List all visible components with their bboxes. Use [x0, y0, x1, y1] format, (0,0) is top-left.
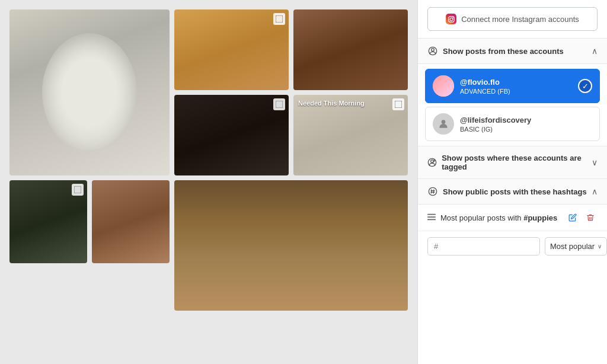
sort-selected-label: Most popular — [550, 242, 595, 251]
accounts-list: @flovio.flo ADVANCED (FB) ✓ @lifeisfordi… — [418, 64, 607, 146]
connect-button-label: Connect more Instagram accounts — [461, 15, 579, 24]
photo-cell[interactable] — [9, 180, 87, 263]
account-item-flovio[interactable]: @flovio.flo ADVANCED (FB) ✓ — [425, 69, 600, 103]
svg-point-5 — [450, 18, 453, 21]
svg-rect-18 — [427, 216, 436, 218]
account-type-flovio: ADVANCED (FB) — [460, 88, 572, 95]
grid-top-right: Needed This Morning — [174, 9, 408, 175]
hashtags-section-label: Show public posts with these hashtags — [443, 187, 587, 196]
account-avatar-lifeisfordiscovery — [433, 113, 454, 135]
select-checkbox[interactable] — [273, 98, 285, 110]
select-checkbox[interactable] — [392, 98, 404, 110]
svg-line-13 — [431, 190, 432, 194]
sort-select[interactable]: Most popular ∨ — [545, 237, 607, 256]
svg-rect-2 — [395, 101, 402, 108]
svg-point-12 — [429, 187, 436, 195]
accounts-section-label: Show posts from these accounts — [443, 47, 564, 56]
grid-bottom-left-row — [9, 180, 170, 263]
right-panel: Connect more Instagram accounts Show pos… — [417, 0, 607, 364]
account-username-flovio: @flovio.flo — [460, 78, 572, 87]
sort-chevron-icon: ∨ — [598, 243, 602, 250]
account-username-lifeisfordiscovery: @lifeisfordiscovery — [460, 116, 592, 124]
hashtag-value: #puppies — [523, 213, 557, 222]
svg-rect-0 — [276, 15, 283, 23]
svg-rect-1 — [276, 101, 283, 108]
connect-button-section: Connect more Instagram accounts — [418, 0, 607, 39]
accounts-section-header[interactable]: Show posts from these accounts ∧ — [418, 39, 607, 64]
hashtag-input-field[interactable] — [427, 237, 540, 256]
svg-point-8 — [432, 49, 435, 52]
account-type-lifeisfordiscovery: BASIC (IG) — [460, 126, 592, 133]
svg-point-9 — [442, 120, 446, 124]
account-selected-check-icon: ✓ — [578, 79, 592, 93]
person-circle-icon — [427, 46, 438, 56]
delete-hashtag-button[interactable] — [583, 210, 598, 225]
photo-cell[interactable] — [174, 9, 289, 90]
photo-cell[interactable] — [174, 95, 289, 175]
account-item-lifeisfordiscovery[interactable]: @lifeisfordiscovery BASIC (IG) — [425, 107, 600, 141]
tagged-section-label: Show posts where these accounts are tagg… — [442, 154, 592, 171]
photo-cell[interactable] — [293, 9, 408, 90]
photo-grid-panel: Needed This Morning — [0, 0, 417, 364]
photo-caption: Needed This Morning — [298, 100, 365, 107]
hashtags-chevron-up-icon: ∧ — [592, 187, 598, 196]
svg-rect-3 — [74, 186, 81, 193]
photo-cell[interactable] — [174, 180, 408, 311]
connect-instagram-button[interactable]: Connect more Instagram accounts — [427, 7, 598, 31]
tagged-chevron-down-icon: ∨ — [592, 158, 598, 167]
svg-rect-19 — [427, 219, 436, 220]
hashtag-add-row: Most popular ∨ Add — [418, 231, 607, 261]
photo-cell[interactable] — [92, 180, 170, 263]
grid-bottom-row — [9, 180, 408, 311]
photo-cell[interactable]: Needed This Morning — [293, 95, 408, 175]
hashtag-description: Most popular posts with #puppies — [440, 213, 561, 222]
tagged-section-header[interactable]: Show posts where these accounts are tagg… — [418, 146, 607, 179]
svg-rect-17 — [427, 213, 436, 215]
account-avatar-flovio — [433, 75, 454, 97]
hashtag-item-row: Most popular posts with #puppies — [418, 205, 607, 231]
hashtag-circle-icon — [427, 186, 438, 197]
tag-person-icon — [427, 157, 437, 168]
svg-rect-4 — [449, 16, 454, 21]
select-checkbox[interactable] — [72, 184, 84, 196]
select-checkbox[interactable] — [273, 13, 285, 25]
hashtags-section-header[interactable]: Show public posts with these hashtags ∧ — [418, 179, 607, 205]
photo-cell[interactable] — [9, 9, 170, 175]
account-info-flovio: @flovio.flo ADVANCED (FB) — [460, 78, 572, 95]
grid-top-row: Needed This Morning — [9, 9, 408, 175]
svg-point-6 — [452, 17, 453, 18]
edit-hashtag-button[interactable] — [566, 210, 580, 225]
instagram-icon — [446, 14, 456, 24]
svg-line-14 — [433, 190, 434, 194]
grid-bottom-left — [9, 180, 170, 311]
hashtag-actions — [566, 210, 598, 225]
accounts-chevron-up-icon: ∧ — [592, 46, 598, 56]
list-icon — [427, 213, 436, 223]
account-info-lifeisfordiscovery: @lifeisfordiscovery BASIC (IG) — [460, 116, 592, 133]
